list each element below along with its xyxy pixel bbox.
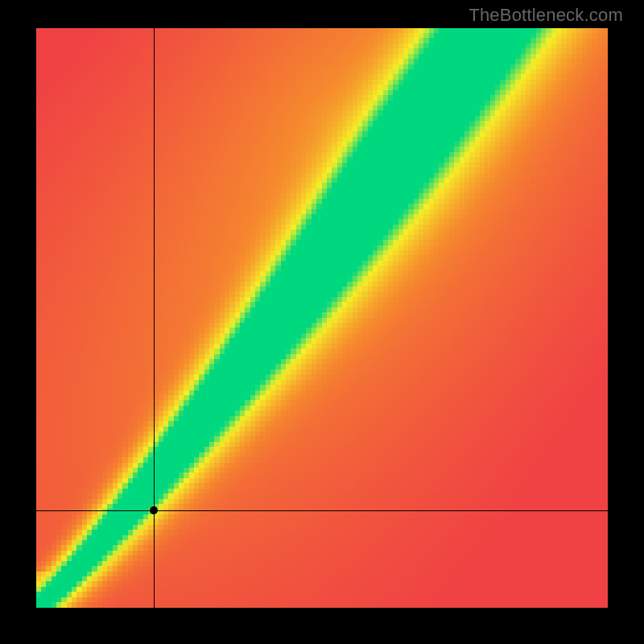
heatmap-canvas: [36, 28, 608, 608]
plot-area: [36, 28, 608, 608]
watermark-text: TheBottleneck.com: [469, 5, 623, 26]
marker-dot: [150, 506, 158, 514]
crosshair-vertical: [154, 28, 155, 608]
chart-frame: TheBottleneck.com: [0, 0, 644, 644]
crosshair-horizontal: [36, 510, 608, 511]
